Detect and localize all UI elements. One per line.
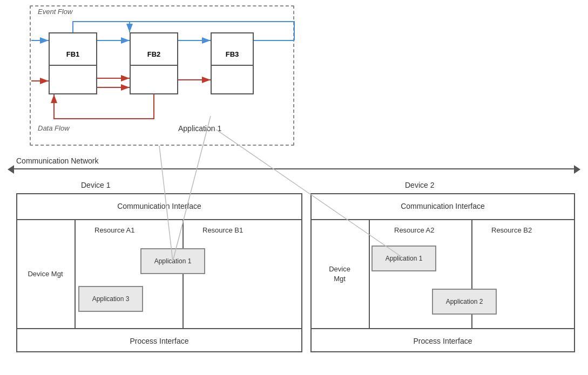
comm-network-label: Communication Network	[16, 156, 99, 165]
device2-mgt-label: DeviceMgt	[329, 264, 350, 284]
event-flow-label: Event Flow	[38, 8, 72, 16]
device2-process-label: Process Interface	[414, 337, 472, 345]
device2-comm-interface: Communication Interface	[310, 193, 575, 220]
device1-label: Device 1	[81, 181, 110, 189]
device2-label: Device 2	[405, 181, 434, 189]
resource-a2-label: Resource A2	[394, 226, 434, 235]
device1-comm-interface: Communication Interface	[16, 193, 302, 220]
resource-b1-label: Resource B1	[202, 226, 243, 235]
resource-b1-box	[184, 220, 302, 328]
comm-network-arrow-right	[574, 165, 580, 174]
device1-process-interface: Process Interface	[16, 328, 302, 352]
comm-network-arrow-left	[8, 165, 14, 174]
device1-comm-interface-label: Communication Interface	[117, 202, 201, 210]
device1-application3-label: Application 3	[92, 295, 130, 303]
resource-b2-label: Resource B2	[491, 226, 532, 235]
device1-application1-box: Application 1	[140, 248, 205, 274]
device2-application1-box: Application 1	[371, 246, 436, 271]
device1-mgt: Device Mgt	[16, 220, 76, 328]
device2-application2-box: Application 2	[432, 289, 497, 315]
data-flow-label: Data Flow	[38, 124, 70, 132]
device1-process-label: Process Interface	[130, 337, 189, 345]
device2-mgt: DeviceMgt	[310, 220, 370, 328]
fb2-inner-block	[130, 65, 178, 94]
device1-mgt-label: Device Mgt	[28, 269, 63, 279]
fb3-label: FB3	[226, 50, 239, 58]
fb1-label: FB1	[66, 50, 80, 58]
device1-application1-label: Application 1	[154, 257, 192, 265]
resource-a1-label: Resource A1	[94, 226, 134, 235]
comm-network-line	[11, 168, 577, 169]
application1-title: Application 1	[178, 124, 221, 133]
fb1-inner-block	[49, 65, 97, 94]
device2-comm-interface-label: Communication Interface	[401, 202, 485, 210]
diagram-container: Event Flow Data Flow Application 1 FB1 F…	[0, 0, 588, 375]
device2-application2-label: Application 2	[446, 298, 483, 305]
fb3-inner-block	[211, 65, 254, 94]
resource-a1-box	[76, 220, 184, 328]
device1-application3-box: Application 3	[78, 286, 143, 312]
fb2-label: FB2	[147, 50, 161, 58]
device2-process-interface: Process Interface	[310, 328, 575, 352]
device2-application1-label: Application 1	[386, 255, 423, 262]
